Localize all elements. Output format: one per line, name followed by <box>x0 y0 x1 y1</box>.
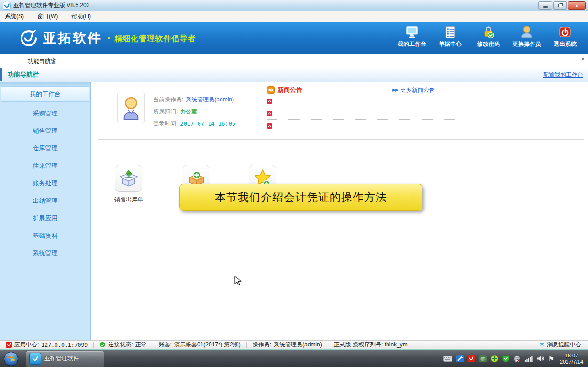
status-app-center: 应用中心: 127.0.0.1:7099 <box>0 341 93 349</box>
taskbar-app-icon <box>29 353 41 365</box>
nav-header-bar: 功能导航栏 配置我的工作台 <box>0 67 588 82</box>
windows-taskbar: 亚拓管理软件 <box>0 350 588 367</box>
sidebar-item-sales[interactable]: 销售管理 <box>0 122 90 140</box>
tab-close-icon[interactable]: × <box>581 56 585 63</box>
package-tray-icon[interactable] <box>479 355 487 362</box>
status-license: 正式版 授权序列号: think_ym <box>328 341 413 349</box>
department-label: 所属部门: <box>153 108 178 116</box>
start-button[interactable] <box>4 352 18 366</box>
tab-strip: 功能导航窗 × <box>0 54 588 67</box>
brand-header: 亚拓软件 · 精细化管理软件倡导者 我的工作台 <box>0 22 588 54</box>
document-center-button[interactable]: 单据中心 <box>431 25 469 48</box>
status-operator-label: 操作员: <box>253 341 271 349</box>
status-connection: 连接状态: 正常 <box>94 341 152 349</box>
sidebar-item-system[interactable]: 系统管理 <box>0 245 90 262</box>
account-value: 演示帐套01(2017年第2期) <box>174 341 241 349</box>
sales-outbound-box-icon <box>119 168 139 189</box>
user-icon <box>520 25 534 39</box>
header-actions: 我的工作台 单据中心 <box>393 25 584 48</box>
message-center-link[interactable]: ✉ 消息提醒中心 <box>539 341 588 349</box>
section-divider <box>98 139 584 140</box>
system-tray: ⚑ <box>443 355 555 362</box>
volume-icon[interactable] <box>537 356 544 362</box>
news-item[interactable] <box>267 95 459 107</box>
app-center-icon <box>6 342 12 348</box>
tab-function-navigation[interactable]: 功能导航窗 <box>4 55 80 67</box>
sidebar-item-extensions[interactable]: 扩展应用 <box>0 210 90 227</box>
sidebar-item-accounting[interactable]: 账务处理 <box>0 175 90 192</box>
window-titlebar: 亚拓管理软件专业版 V8.5.203 × <box>0 0 588 11</box>
restore-button[interactable] <box>553 1 567 10</box>
minimize-button[interactable] <box>538 1 552 10</box>
sidebar-item-basic-data[interactable]: 基础资料 <box>0 227 90 245</box>
keyboard-icon[interactable] <box>443 356 452 362</box>
windows-flag-icon <box>7 355 15 363</box>
my-workbench-button[interactable]: 我的工作台 <box>393 25 431 48</box>
tool-tray-icon[interactable] <box>456 355 464 362</box>
connection-label: 连接状态: <box>108 341 133 349</box>
application-window: 亚拓管理软件专业版 V8.5.203 × 系统(S) 窗口(W) 帮助(H) 亚… <box>0 0 588 367</box>
connection-ok-icon <box>100 342 106 348</box>
news-bullet-icon <box>267 111 272 116</box>
mouse-cursor <box>234 276 242 286</box>
close-button[interactable]: × <box>568 1 586 10</box>
printer-error-icon[interactable] <box>513 355 521 362</box>
status-account: 账套: 演示帐套01(2017年第2期) <box>153 341 246 349</box>
configure-workbench-link[interactable]: 配置我的工作台 <box>543 71 583 79</box>
status-operator: 操作员: 系统管理员(admin) <box>247 341 328 349</box>
operator-value: 系统管理员(admin) <box>186 96 234 104</box>
switch-operator-button[interactable]: 更换操作员 <box>508 25 546 48</box>
menu-item-window[interactable]: 窗口(W) <box>37 12 58 21</box>
power-icon <box>558 25 572 39</box>
taskbar-app-label: 亚拓管理软件 <box>44 355 79 363</box>
app-center-label: 应用中心: <box>14 341 39 349</box>
sidebar-item-purchase[interactable]: 采购管理 <box>0 105 90 122</box>
antivirus-plus-icon[interactable] <box>491 355 498 362</box>
app-center-value: 127.0.0.1:7099 <box>41 342 88 348</box>
taskbar-clock[interactable]: 16:07 2017/7/14 <box>560 353 583 365</box>
action-center-flag-icon[interactable]: ⚑ <box>548 356 555 362</box>
news-item[interactable] <box>267 120 459 132</box>
app-logo-icon <box>3 2 11 10</box>
action-label: 我的工作台 <box>398 40 426 48</box>
status-operator-value: 系统管理员(admin) <box>274 341 322 349</box>
brand-logo-icon <box>17 28 38 49</box>
sidebar-item-warehouse[interactable]: 仓库管理 <box>0 140 90 157</box>
menu-item-help[interactable]: 帮助(H) <box>71 12 91 21</box>
exit-system-button[interactable]: 退出系统 <box>546 25 584 48</box>
announcement-speaker-icon <box>267 86 275 94</box>
shortcut-sales-outbound[interactable] <box>115 165 142 192</box>
department-value: 办公室 <box>180 108 197 116</box>
envelope-icon: ✉ <box>539 341 544 348</box>
taskbar-app-button[interactable]: 亚拓管理软件 <box>26 351 104 367</box>
news-item[interactable] <box>267 107 459 120</box>
accent-bar <box>0 68 2 81</box>
yatuo-tray-icon[interactable] <box>468 355 475 362</box>
sidebar-item-contacts[interactable]: 往来管理 <box>0 157 90 175</box>
double-arrow-icon: ▶▶ <box>392 88 398 92</box>
tutorial-banner-text: 本节我们介绍会计凭证的操作方法 <box>215 190 387 205</box>
sidebar: 我的工作台 采购管理 销售管理 仓库管理 往来管理 账务处理 出纳管理 扩展应用… <box>0 82 91 340</box>
menu-item-system[interactable]: 系统(S) <box>5 12 24 21</box>
sidebar-item-my-workbench[interactable]: 我的工作台 <box>1 86 89 102</box>
sidebar-item-cashier[interactable]: 出纳管理 <box>0 192 90 210</box>
lock-check-icon <box>481 25 496 39</box>
operator-label: 当前操作员: <box>153 96 183 104</box>
tutorial-banner: 本节我们介绍会计凭证的操作方法 <box>179 184 422 211</box>
login-time-value: 2017-07-14 16:05 <box>180 121 235 127</box>
more-news-link[interactable]: ▶▶ 更多新闻公告 <box>392 86 435 94</box>
user-info-panel: 当前操作员: 系统管理员(admin) 所属部门: 办公室 登录时间: 2017… <box>153 94 235 130</box>
avatar <box>117 92 145 123</box>
news-title: 新闻公告 <box>277 86 302 94</box>
status-bar: 应用中心: 127.0.0.1:7099 连接状态: 正常 账套: 演示帐套01… <box>0 340 588 350</box>
network-signal-icon[interactable] <box>525 356 533 362</box>
security-shield-icon[interactable] <box>502 355 509 362</box>
change-password-button[interactable]: 修改密码 <box>469 25 508 48</box>
document-list-icon <box>443 25 457 39</box>
news-bullet-icon <box>267 99 272 104</box>
menu-bar: 系统(S) 窗口(W) 帮助(H) <box>0 11 588 22</box>
news-panel: 新闻公告 ▶▶ 更多新闻公告 <box>267 85 459 132</box>
brand-name: 亚拓软件 <box>43 29 102 47</box>
monitor-icon <box>405 25 419 39</box>
clock-date: 2017/7/14 <box>560 359 583 365</box>
